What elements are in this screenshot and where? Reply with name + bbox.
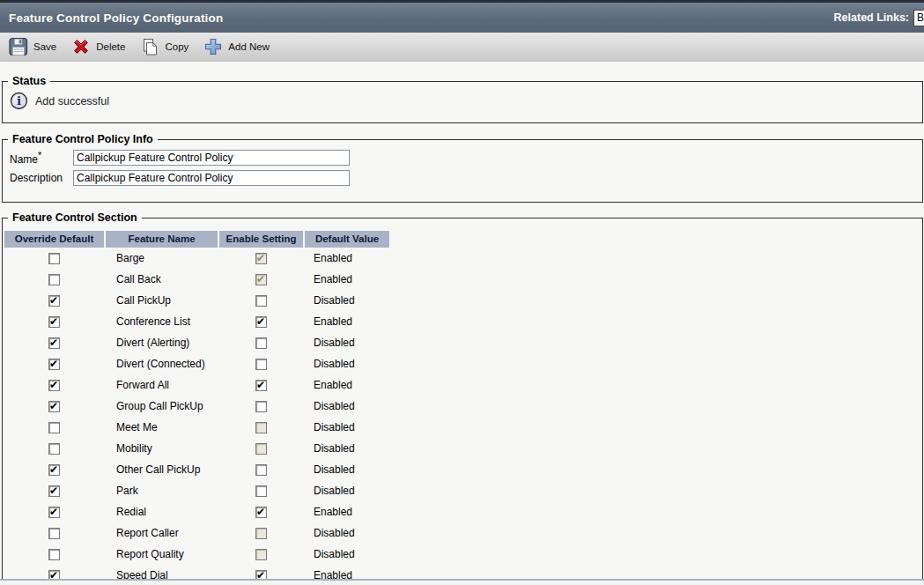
feature-name-label: Other Call PickUp: [106, 463, 200, 476]
default-value-label: Disabled: [305, 294, 355, 307]
feature-name-cell: Park: [106, 485, 218, 497]
override-default-checkbox[interactable]: [48, 316, 60, 328]
enable-setting-checkbox[interactable]: [255, 316, 267, 328]
override-default-checkbox[interactable]: [48, 464, 60, 476]
default-value-cell: Disabled: [305, 485, 389, 497]
related-links-label: Related Links:: [834, 11, 909, 24]
override-default-cell: [4, 316, 104, 328]
override-default-checkbox[interactable]: [48, 253, 60, 264]
override-default-checkbox[interactable]: [48, 274, 60, 285]
copy-button[interactable]: Copy: [140, 37, 188, 56]
table-row: Meet MeDisabled: [4, 417, 922, 438]
table-row: Other Call PickUpDisabled: [4, 459, 922, 480]
override-default-cell: [4, 401, 104, 412]
feature-name-label: Mobility: [106, 442, 152, 455]
override-default-checkbox[interactable]: [48, 485, 60, 497]
feature-name-cell: Call PickUp: [106, 294, 218, 307]
enable-setting-cell: [219, 443, 303, 455]
enable-setting-cell: [219, 274, 303, 285]
bottom-strip: [0, 581, 924, 585]
column-header-feature-name: Feature Name: [106, 231, 218, 248]
override-default-checkbox[interactable]: [48, 528, 60, 539]
override-default-checkbox[interactable]: [48, 380, 60, 391]
enable-setting-checkbox[interactable]: [255, 464, 267, 476]
override-default-checkbox[interactable]: [48, 295, 60, 307]
add-new-button[interactable]: Add New: [203, 37, 270, 56]
enable-setting-cell: [219, 464, 303, 476]
override-default-checkbox[interactable]: [48, 337, 60, 349]
status-message: Add successful: [35, 95, 109, 107]
name-input[interactable]: [73, 150, 350, 166]
feature-name-cell: Divert (Connected): [106, 358, 218, 370]
override-default-cell: [4, 380, 104, 391]
enable-setting-checkbox: [255, 253, 267, 264]
add-new-icon: [203, 37, 223, 56]
enable-setting-checkbox[interactable]: [255, 507, 267, 518]
delete-button[interactable]: Delete: [71, 37, 125, 56]
feature-name-label: Conference List: [106, 315, 190, 328]
column-header-default-value: Default Value: [305, 231, 389, 248]
feature-table: Override Default Feature Name Enable Set…: [4, 231, 922, 585]
related-links: Related Links: B: [834, 10, 924, 26]
override-default-checkbox[interactable]: [48, 359, 60, 370]
table-row: Report QualityDisabled: [4, 544, 922, 565]
toolbar: Save Delete Copy: [0, 33, 924, 62]
default-value-cell: Disabled: [305, 400, 389, 412]
feature-name-label: Call PickUp: [106, 294, 171, 307]
default-value-cell: Enabled: [305, 506, 389, 518]
copy-button-label: Copy: [165, 41, 188, 52]
enable-setting-checkbox[interactable]: [255, 295, 267, 307]
feature-table-header: Override Default Feature Name Enable Set…: [4, 231, 922, 248]
feature-name-cell: Mobility: [106, 442, 218, 455]
feature-control-legend: Feature Control Section: [8, 211, 142, 224]
save-button[interactable]: Save: [9, 37, 56, 56]
feature-name-cell: Conference List: [106, 315, 218, 328]
enable-setting-cell: [219, 359, 303, 370]
column-header-enable-setting: Enable Setting: [219, 231, 303, 248]
enable-setting-cell: [219, 528, 303, 539]
enable-setting-cell: [219, 380, 303, 391]
override-default-cell: [4, 528, 104, 539]
feature-name-label: Redial: [106, 506, 146, 518]
feature-control-section: Feature Control Section Override Default…: [2, 211, 923, 585]
save-button-label: Save: [33, 41, 56, 52]
table-row: Forward AllEnabled: [4, 374, 922, 396]
enable-setting-checkbox[interactable]: [255, 359, 267, 370]
policy-info-section: Feature Control Policy Info Name* Descri…: [2, 133, 923, 203]
default-value-cell: Enabled: [305, 273, 389, 285]
default-value-label: Disabled: [305, 485, 355, 497]
feature-name-cell: Call Back: [106, 273, 218, 285]
enable-setting-checkbox[interactable]: [255, 380, 267, 391]
default-value-label: Disabled: [305, 337, 355, 349]
default-value-label: Disabled: [305, 527, 355, 539]
description-input[interactable]: [73, 170, 350, 186]
feature-name-cell: Redial: [106, 506, 218, 518]
enable-setting-cell: [219, 316, 303, 328]
override-default-checkbox[interactable]: [48, 443, 60, 455]
enable-setting-cell: [219, 253, 303, 264]
enable-setting-cell: [219, 485, 303, 497]
add-new-button-label: Add New: [228, 41, 270, 52]
enable-setting-cell: [219, 337, 303, 349]
feature-name-cell: Report Caller: [106, 527, 218, 539]
feature-name-cell: Divert (Alerting): [106, 337, 218, 349]
override-default-checkbox[interactable]: [48, 401, 60, 412]
feature-control-policy-page: Feature Control Policy Configuration Rel…: [0, 0, 924, 585]
enable-setting-checkbox[interactable]: [255, 337, 267, 349]
feature-name-label: Forward All: [106, 379, 169, 391]
enable-setting-checkbox[interactable]: [255, 485, 267, 497]
override-default-cell: [4, 507, 104, 518]
name-label: Name*: [10, 150, 73, 166]
default-value-label: Enabled: [305, 252, 352, 264]
default-value-label: Disabled: [305, 463, 355, 476]
feature-name-label: Report Caller: [106, 527, 179, 539]
enable-setting-cell: [219, 549, 303, 560]
override-default-checkbox[interactable]: [48, 507, 60, 518]
enable-setting-checkbox[interactable]: [255, 401, 267, 412]
related-links-select[interactable]: B: [913, 10, 924, 26]
table-row: Conference ListEnabled: [4, 311, 922, 332]
default-value-label: Disabled: [305, 548, 355, 560]
override-default-checkbox[interactable]: [48, 422, 60, 433]
feature-name-cell: Other Call PickUp: [106, 463, 218, 476]
override-default-checkbox[interactable]: [48, 549, 60, 560]
